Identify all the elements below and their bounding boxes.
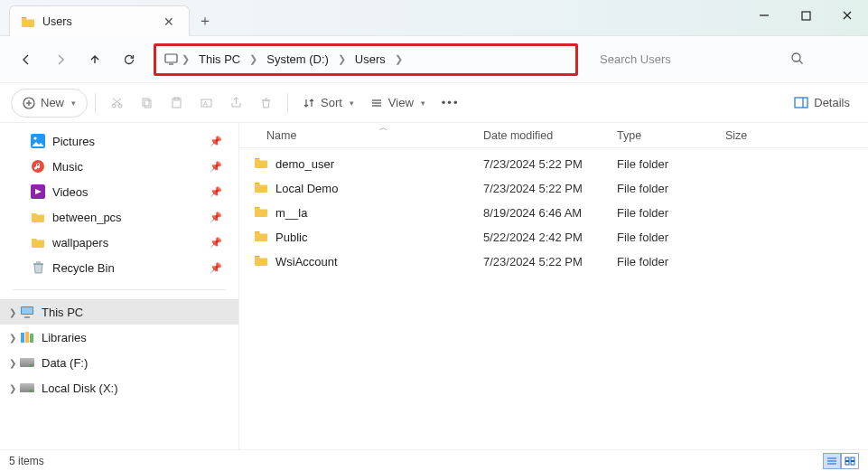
svg-rect-1 [802, 12, 810, 20]
svg-rect-4 [165, 54, 177, 62]
svg-rect-41 [845, 461, 849, 465]
close-window-button[interactable] [826, 0, 868, 31]
column-date[interactable]: Date modified [474, 129, 608, 142]
file-name: demo_user [275, 157, 334, 171]
folder-icon [21, 14, 35, 29]
chevron-right-icon[interactable]: ❯ [247, 53, 259, 65]
back-button[interactable] [11, 44, 42, 75]
sidebar-item-wallpapers[interactable]: wallpapers📌 [0, 230, 238, 255]
recycle-bin-icon [31, 260, 45, 275]
file-date: 5/22/2024 2:42 PM [474, 231, 608, 244]
search-icon[interactable] [790, 52, 804, 68]
tab-title: Users [42, 15, 153, 28]
sidebar-item-libraries[interactable]: ❯Libraries [0, 325, 238, 350]
column-name[interactable]: Name [239, 129, 474, 142]
svg-rect-35 [30, 334, 33, 343]
new-button[interactable]: New▾ [11, 89, 88, 118]
view-button[interactable]: View▾ [363, 89, 433, 118]
sidebar-item-pictures[interactable]: Pictures📌 [0, 128, 238, 154]
sidebar-item-music[interactable]: Music📌 [0, 154, 238, 179]
file-type: File folder [608, 206, 716, 220]
new-label: New [41, 96, 64, 109]
breadcrumb[interactable]: ❯ This PC ❯ System (D:) ❯ Users ❯ [154, 43, 578, 76]
search-input[interactable] [600, 52, 790, 66]
file-name: Local Demo [275, 182, 338, 195]
sidebar-item-label: Pictures [52, 135, 95, 148]
table-row[interactable]: WsiAccount7/23/2024 5:22 PMFile folder [239, 250, 868, 274]
svg-point-6 [792, 53, 800, 61]
window-tab[interactable]: Users ✕ [9, 5, 190, 36]
sidebar-item-label: Libraries [42, 331, 87, 344]
column-type[interactable]: Type [608, 129, 716, 142]
details-pane-button[interactable]: Details [787, 89, 857, 118]
sidebar-item-videos[interactable]: Videos📌 [0, 179, 238, 204]
svg-rect-34 [25, 332, 29, 343]
sidebar-item-label: Recycle Bin [52, 261, 115, 275]
folder-icon [31, 210, 45, 224]
pin-icon: 📌 [210, 161, 222, 173]
folder-icon [254, 205, 268, 221]
table-row[interactable]: m__la8/19/2024 6:46 AMFile folder [239, 201, 868, 225]
svg-rect-15 [143, 99, 149, 106]
address-bar: ❯ This PC ❯ System (D:) ❯ Users ❯ [0, 36, 868, 83]
svg-rect-40 [851, 457, 854, 461]
sidebar-item-this-pc[interactable]: ❯This PC [0, 299, 238, 325]
column-headers: ︿ Name Date modified Type Size [239, 123, 868, 148]
divider [13, 289, 226, 290]
share-button [222, 89, 250, 118]
chevron-right-icon[interactable]: ❯ [9, 307, 16, 317]
toolbar: New▾ A Sort▾ View▾ ••• Details [0, 83, 868, 123]
details-view-button[interactable] [823, 453, 841, 469]
sidebar-item-between-pcs[interactable]: between_pcs📌 [0, 204, 238, 230]
breadcrumb-system-d[interactable]: System (D:) [259, 52, 336, 66]
sidebar-item-label: Local Disk (X:) [42, 382, 118, 395]
titlebar: Users ✕ ＋ [0, 0, 868, 36]
folder-icon [254, 254, 268, 269]
forward-button[interactable] [45, 44, 76, 75]
new-tab-button[interactable]: ＋ [190, 5, 220, 36]
maximize-button[interactable] [785, 0, 826, 31]
svg-rect-31 [22, 307, 33, 314]
view-label: View [388, 96, 414, 109]
breadcrumb-this-pc[interactable]: This PC [191, 52, 247, 66]
drive-icon [20, 381, 34, 395]
svg-line-7 [799, 61, 803, 64]
table-row[interactable]: demo_user7/23/2024 5:22 PMFile folder [239, 152, 868, 176]
music-icon [31, 159, 45, 174]
more-button[interactable]: ••• [434, 89, 467, 118]
file-date: 7/23/2024 5:22 PM [474, 255, 608, 268]
drive-icon [20, 355, 34, 370]
refresh-button[interactable] [114, 44, 145, 75]
table-row[interactable]: Public5/22/2024 2:42 PMFile folder [239, 225, 868, 250]
search-box[interactable] [589, 44, 815, 75]
chevron-right-icon[interactable]: ❯ [393, 53, 405, 65]
sidebar-item-recycle-bin[interactable]: Recycle Bin📌 [0, 255, 238, 280]
chevron-right-icon[interactable]: ❯ [9, 383, 16, 393]
breadcrumb-users[interactable]: Users [348, 52, 393, 66]
file-type: File folder [608, 182, 716, 195]
pin-icon: 📌 [210, 136, 222, 147]
table-row[interactable]: Local Demo7/23/2024 5:22 PMFile folder [239, 176, 868, 201]
minimize-button[interactable] [743, 0, 785, 31]
chevron-right-icon[interactable]: ❯ [336, 53, 348, 65]
thumbnails-view-button[interactable] [841, 453, 859, 469]
sort-button[interactable]: Sort▾ [295, 89, 361, 118]
svg-rect-39 [845, 457, 849, 461]
sidebar-item-local-disk-x[interactable]: ❯Local Disk (X:) [0, 375, 238, 400]
column-size[interactable]: Size [716, 129, 789, 142]
sidebar-item-data-f[interactable]: ❯Data (F:) [0, 350, 238, 375]
up-button[interactable] [79, 44, 110, 75]
chevron-right-icon[interactable]: ❯ [9, 333, 16, 343]
paste-button [163, 89, 191, 118]
cut-button [103, 89, 131, 118]
close-tab-icon[interactable]: ✕ [160, 13, 178, 31]
view-toggle [823, 453, 859, 469]
file-date: 8/19/2024 6:46 AM [474, 206, 608, 220]
item-count: 5 items [9, 455, 44, 467]
rename-button: A [192, 89, 220, 118]
chevron-right-icon[interactable]: ❯ [180, 53, 191, 65]
svg-text:A: A [203, 100, 208, 107]
chevron-right-icon[interactable]: ❯ [9, 358, 16, 368]
file-type: File folder [608, 255, 716, 268]
sidebar-item-label: between_pcs [52, 211, 122, 224]
